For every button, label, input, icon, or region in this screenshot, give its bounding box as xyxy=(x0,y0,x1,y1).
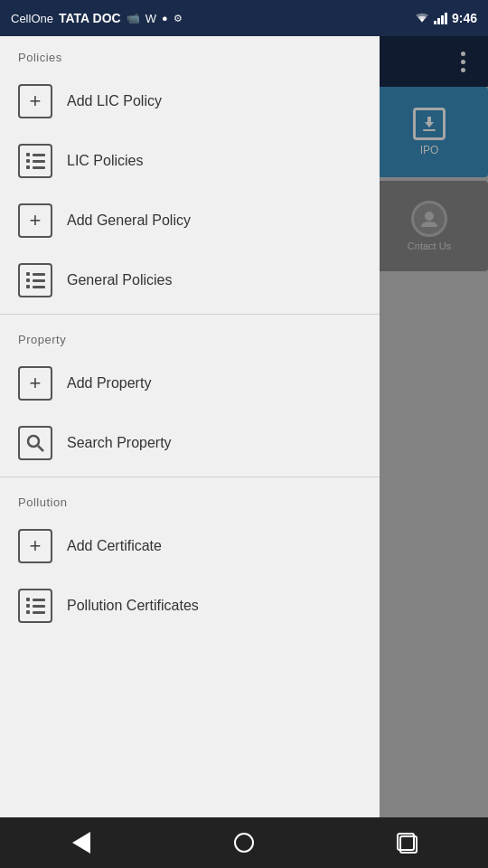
carrier-label: CellOne xyxy=(11,12,53,25)
signal-bars-icon xyxy=(434,12,448,24)
add-general-policy-icon: + xyxy=(18,203,52,238)
recents-icon xyxy=(396,832,418,854)
lic-policies-label: LIC Policies xyxy=(67,153,143,169)
whatsapp-icon: W xyxy=(145,12,156,25)
list-icon xyxy=(26,153,45,169)
general-policies-label: General Policies xyxy=(67,272,173,288)
pollution-certificates-item[interactable]: Pollution Certificates xyxy=(0,576,380,636)
plus-icon: + xyxy=(30,91,42,111)
status-bar-left: CellOne TATA DOC 📹 W ● ⚙ xyxy=(11,11,183,25)
divider-1 xyxy=(0,314,380,315)
signal-icon: ● xyxy=(162,13,168,24)
back-icon xyxy=(72,832,90,854)
svg-point-6 xyxy=(28,436,39,447)
add-lic-policy-label: Add LIC Policy xyxy=(67,93,162,109)
wifi-icon xyxy=(414,12,430,24)
pollution-certificates-icon xyxy=(18,589,52,623)
navigation-drawer: Policies + Add LIC Policy LIC Policies +… xyxy=(0,36,380,868)
add-certificate-icon: + xyxy=(18,529,52,563)
svg-line-7 xyxy=(38,446,43,451)
recents-button[interactable] xyxy=(380,825,434,861)
search-property-item[interactable]: Search Property xyxy=(0,413,380,473)
bottom-navigation xyxy=(0,817,488,868)
add-property-icon: + xyxy=(18,366,52,401)
status-bar: CellOne TATA DOC 📹 W ● ⚙ 9:46 xyxy=(0,0,488,36)
add-general-policy-item[interactable]: + Add General Policy xyxy=(0,191,380,250)
svg-rect-1 xyxy=(437,18,440,24)
search-property-icon xyxy=(18,426,52,460)
policies-section-header: Policies xyxy=(0,36,380,71)
svg-point-8 xyxy=(235,834,253,852)
back-button[interactable] xyxy=(54,825,108,861)
add-property-item[interactable]: + Add Property xyxy=(0,354,380,413)
search-property-label: Search Property xyxy=(67,435,172,451)
bug-icon: ⚙ xyxy=(174,13,183,24)
divider-2 xyxy=(0,476,380,477)
add-property-label: Add Property xyxy=(67,375,151,392)
time-display: 9:46 xyxy=(452,11,477,25)
add-lic-policy-item[interactable]: + Add LIC Policy xyxy=(0,71,380,131)
svg-rect-0 xyxy=(434,21,436,24)
add-general-policy-label: Add General Policy xyxy=(67,212,191,229)
general-policies-item[interactable]: General Policies xyxy=(0,250,380,310)
lic-policies-icon xyxy=(18,144,52,178)
add-certificate-label: Add Certificate xyxy=(67,538,162,554)
add-certificate-item[interactable]: + Add Certificate xyxy=(0,516,380,576)
home-icon xyxy=(232,831,256,854)
list-icon-2 xyxy=(26,272,45,288)
svg-rect-3 xyxy=(445,13,447,24)
home-button[interactable] xyxy=(217,825,271,861)
general-policies-icon xyxy=(18,263,52,297)
svg-rect-2 xyxy=(441,15,444,24)
plus-icon-2: + xyxy=(30,211,42,231)
app-name-label: TATA DOC xyxy=(59,11,121,25)
search-icon xyxy=(25,433,45,453)
lic-policies-item[interactable]: LIC Policies xyxy=(0,131,380,191)
property-section-header: Property xyxy=(0,318,380,354)
plus-icon-4: + xyxy=(30,536,42,556)
list-icon-3 xyxy=(26,598,45,614)
pollution-certificates-label: Pollution Certificates xyxy=(67,598,199,614)
plus-icon-3: + xyxy=(30,373,42,393)
status-bar-right: 9:46 xyxy=(414,11,477,25)
pollution-section-header: Pollution xyxy=(0,481,380,516)
video-icon: 📹 xyxy=(127,12,140,24)
add-lic-policy-icon: + xyxy=(18,84,52,118)
